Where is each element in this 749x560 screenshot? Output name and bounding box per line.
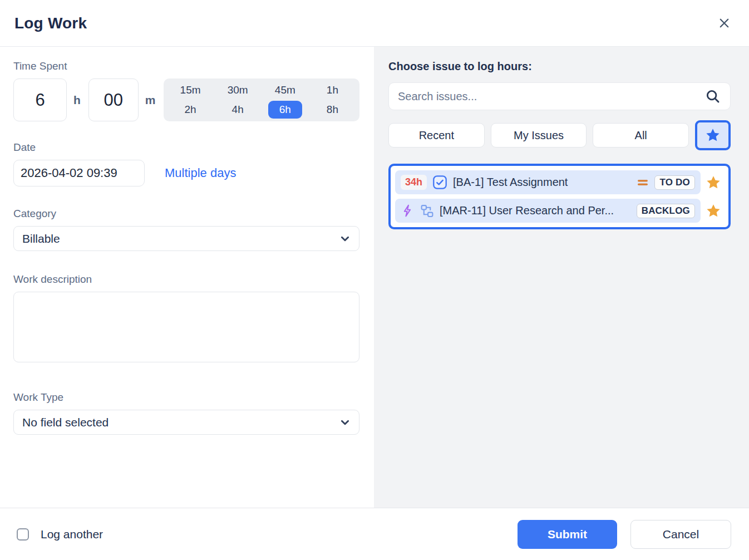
issue-row-ba-1[interactable]: 34h [BA-1] Test Assignment TO DO	[395, 170, 701, 194]
minutes-unit-label: m	[145, 94, 156, 107]
status-badge: TO DO	[654, 175, 695, 190]
issue-line: 34h [BA-1] Test Assignment TO DO	[395, 170, 726, 194]
filter-all-button[interactable]: All	[593, 123, 689, 148]
star-icon	[704, 127, 721, 144]
preset-6h-selected[interactable]: 6h	[268, 101, 302, 119]
preset-1h[interactable]: 1h	[319, 81, 346, 99]
filter-favorites-button[interactable]	[695, 120, 731, 150]
subtask-hierarchy-icon	[420, 204, 434, 218]
work-type-value: No field selected	[22, 416, 109, 429]
status-badge: BACKLOG	[637, 204, 695, 218]
category-select[interactable]: Billable	[13, 226, 359, 251]
issue-chooser-heading: Choose issue to log hours:	[388, 60, 731, 73]
issue-search-box	[388, 82, 731, 110]
date-label: Date	[13, 141, 359, 154]
work-type-section: Work Type No field selected	[13, 391, 359, 435]
work-description-label: Work description	[13, 273, 359, 286]
cancel-button[interactable]: Cancel	[630, 520, 731, 549]
hours-input[interactable]	[13, 78, 67, 121]
category-label: Category	[13, 208, 359, 220]
category-section: Category Billable	[13, 208, 359, 251]
issue-filter-row: Recent My Issues All	[388, 120, 731, 150]
filter-my-issues-button[interactable]: My Issues	[491, 123, 587, 148]
hours-unit-label: h	[73, 94, 81, 107]
issue-line: [MAR-11] User Research and Per... BACKLO…	[395, 199, 726, 223]
log-work-dialog: Log Work Time Spent h m 15m 30m 45m 1h	[0, 0, 749, 560]
time-preset-panel: 15m 30m 45m 1h 2h 4h 6h 8h	[164, 78, 359, 121]
issue-search-input[interactable]	[398, 90, 704, 103]
work-description-section: Work description	[13, 273, 359, 365]
favorite-star-icon	[705, 174, 722, 191]
search-icon[interactable]	[704, 88, 721, 105]
epic-lightning-icon	[401, 204, 415, 218]
date-section: Date Multiple days	[13, 141, 359, 186]
filter-recent-button[interactable]: Recent	[388, 123, 485, 148]
time-spent-row: h m 15m 30m 45m 1h 2h 4h 6h 8h	[13, 78, 359, 121]
work-description-textarea[interactable]	[13, 292, 359, 362]
dialog-header: Log Work	[0, 0, 749, 47]
chevron-down-icon	[340, 417, 350, 428]
logged-hours-badge: 34h	[401, 175, 427, 190]
dialog-footer: Log another Submit Cancel	[0, 508, 749, 560]
filter-my-issues-label: My Issues	[514, 129, 564, 142]
time-spent-label: Time Spent	[13, 60, 359, 72]
filter-recent-label: Recent	[419, 129, 454, 142]
work-type-select[interactable]: No field selected	[13, 410, 359, 435]
submit-button[interactable]: Submit	[518, 520, 617, 549]
work-type-label: Work Type	[13, 391, 359, 404]
preset-4h[interactable]: 4h	[224, 101, 252, 119]
log-form-pane: Time Spent h m 15m 30m 45m 1h 2h 4h 6h 8…	[0, 47, 374, 508]
dialog-title: Log Work	[14, 14, 87, 32]
log-another-label: Log another	[41, 528, 103, 541]
date-input[interactable]	[13, 160, 145, 186]
issue-row-mar-11[interactable]: [MAR-11] User Research and Per... BACKLO…	[395, 199, 701, 223]
dialog-body: Time Spent h m 15m 30m 45m 1h 2h 4h 6h 8…	[0, 47, 749, 508]
favorite-toggle[interactable]	[701, 203, 726, 219]
issue-chooser-pane: Choose issue to log hours: Recent My Iss…	[374, 47, 749, 508]
log-another-control[interactable]: Log another	[17, 528, 103, 541]
log-another-checkbox[interactable]	[17, 528, 29, 541]
preset-8h[interactable]: 8h	[319, 101, 346, 119]
issue-list: 34h [BA-1] Test Assignment TO DO	[388, 164, 731, 229]
category-value: Billable	[22, 232, 60, 245]
task-checkbox-icon	[432, 175, 447, 190]
preset-15m[interactable]: 15m	[173, 81, 209, 99]
chevron-down-icon	[340, 234, 350, 244]
issue-title: [BA-1] Test Assignment	[453, 176, 631, 189]
preset-2h[interactable]: 2h	[177, 101, 204, 119]
favorite-star-icon	[705, 203, 722, 219]
minutes-input[interactable]	[88, 78, 139, 121]
preset-45m[interactable]: 45m	[267, 81, 303, 99]
preset-30m[interactable]: 30m	[220, 81, 256, 99]
multiple-days-link[interactable]: Multiple days	[165, 166, 236, 180]
close-icon	[718, 17, 731, 30]
close-button[interactable]	[714, 14, 733, 33]
favorite-toggle[interactable]	[701, 174, 726, 191]
medium-priority-icon	[637, 178, 649, 187]
filter-all-label: All	[635, 129, 647, 142]
issue-title: [MAR-11] User Research and Per...	[440, 204, 631, 217]
